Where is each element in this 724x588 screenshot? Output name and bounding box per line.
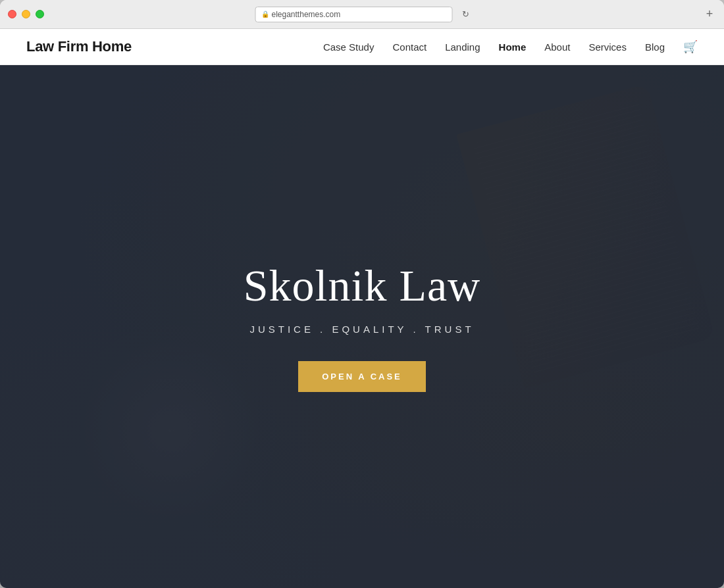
site-nav: Case Study Contact Landing Home About Se… [323, 39, 698, 54]
mac-window: 🔒 elegantthemes.com ↻ + Law Firm Home Ca… [0, 0, 724, 588]
address-bar[interactable]: 🔒 elegantthemes.com [255, 7, 453, 22]
new-tab-button[interactable]: + [703, 8, 716, 21]
lock-icon: 🔒 [261, 11, 269, 18]
maximize-button[interactable] [36, 10, 44, 18]
url-text: elegantthemes.com [272, 10, 341, 19]
nav-item-landing[interactable]: Landing [445, 41, 480, 53]
site-header: Law Firm Home Case Study Contact Landing… [0, 29, 724, 65]
hero-title: Skolnik Law [244, 261, 480, 310]
browser-content: Law Firm Home Case Study Contact Landing… [0, 29, 724, 588]
nav-item-contact[interactable]: Contact [392, 41, 427, 53]
hero-section: Skolnik Law Justice . Equality . Trust O… [0, 65, 724, 588]
nav-item-services[interactable]: Services [588, 41, 627, 53]
address-bar-area: 🔒 elegantthemes.com ↻ [255, 7, 469, 22]
cart-icon[interactable]: 🛒 [683, 39, 698, 54]
title-bar: 🔒 elegantthemes.com ↻ + [0, 0, 724, 29]
minimize-button[interactable] [22, 10, 30, 18]
site-logo[interactable]: Law Firm Home [26, 38, 132, 55]
hero-subtitle: Justice . Equality . Trust [244, 324, 480, 335]
traffic-lights [8, 10, 44, 18]
nav-item-blog[interactable]: Blog [645, 41, 665, 53]
refresh-icon[interactable]: ↻ [462, 9, 469, 19]
open-case-button[interactable]: OPEN A CASE [298, 361, 426, 392]
nav-item-case-study[interactable]: Case Study [323, 41, 375, 53]
nav-item-about[interactable]: About [544, 41, 570, 53]
close-button[interactable] [8, 10, 16, 18]
nav-item-home[interactable]: Home [499, 41, 527, 53]
hero-content: Skolnik Law Justice . Equality . Trust O… [244, 261, 480, 392]
